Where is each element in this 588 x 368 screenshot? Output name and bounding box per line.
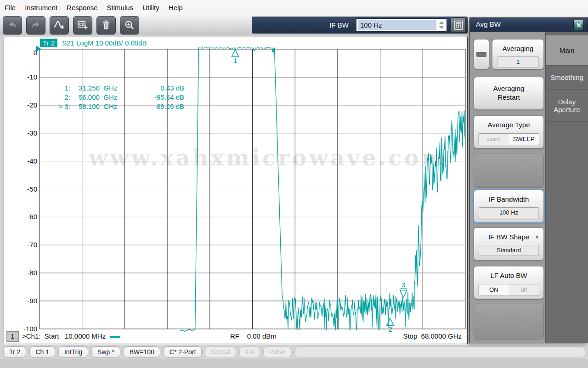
keypad-button[interactable] <box>451 17 466 33</box>
panel-title: Avg BW <box>476 20 501 28</box>
redo-button[interactable] <box>26 16 45 34</box>
svg-text:1: 1 <box>233 57 237 64</box>
rf-power-text: RF 0.00 dBm <box>230 332 277 340</box>
if-bw-shape-button[interactable]: IF BW Shape ▼ Standard <box>474 227 544 260</box>
average-type-toggle[interactable]: point SWEEP <box>478 133 539 145</box>
status-pulse-button: Pulse <box>263 346 291 358</box>
add-channel-button[interactable]: Ch <box>73 16 92 34</box>
ifbw-input-value: 100 Hz <box>358 20 436 30</box>
menu-file[interactable]: File <box>0 4 20 11</box>
marker-number: 2: <box>31 93 70 102</box>
undo-button[interactable] <box>3 16 22 34</box>
status-trigger-button[interactable]: IntTrig <box>58 346 88 358</box>
svg-text:Ch: Ch <box>79 22 84 27</box>
y-axis-tick: -10 <box>12 73 37 81</box>
add-trace-icon <box>53 19 65 31</box>
panel-close-button[interactable] <box>573 20 584 30</box>
delete-button[interactable] <box>96 16 116 34</box>
marker-number: 1: <box>31 84 70 93</box>
ifbw-spinner[interactable] <box>436 19 447 31</box>
y-axis-tick: -90 <box>12 297 37 305</box>
status-channel-button[interactable]: Ch 1 <box>29 346 55 358</box>
trash-icon <box>100 19 112 31</box>
average-type-point-option[interactable]: point <box>479 134 509 145</box>
if-bandwidth-button[interactable]: IF Bandwidth 100 Hz <box>474 190 544 223</box>
marker-frequency: 31.250 GHz <box>79 84 133 93</box>
undo-icon <box>6 19 18 31</box>
lf-auto-bw-toggle[interactable]: ON off <box>478 284 539 296</box>
toolbar-buttons: Ch <box>3 16 139 34</box>
averaging-restart-button[interactable]: Averaging Restart <box>474 77 544 110</box>
avg-bw-softkey-panel: Avg BW Averaging 1 Averaging Restart Ave… <box>469 17 588 343</box>
marker-readout-row: 2: 56.000 GHz -95.64 dB <box>31 93 184 102</box>
trace-title: S21 LogM 10.00dB/ 0.00dB <box>62 39 147 47</box>
menu-response[interactable]: Response <box>62 4 102 11</box>
marker-frequency: 56.000 GHz <box>79 93 133 102</box>
trace-header: Tr 2 S21 LogM 10.00dB/ 0.00dB <box>40 39 147 47</box>
menu-help[interactable]: Help <box>164 4 187 11</box>
if-bandwidth-value: 100 Hz <box>479 207 539 218</box>
average-type-button[interactable]: Average Type point SWEEP <box>474 115 544 148</box>
if-bandwidth-label: IF Bandwidth <box>474 195 543 204</box>
marker-readout: 1: 31.250 GHz 0.43 dB 2: 56.000 GHz -95.… <box>31 84 184 112</box>
status-sweep-button[interactable]: Swp * <box>91 346 120 358</box>
status-trace-button[interactable]: Tr 2 <box>3 346 26 358</box>
averaging-enable-toggle[interactable] <box>474 39 489 69</box>
spinner-up-icon[interactable] <box>439 21 444 24</box>
dropdown-arrow-icon: ▼ <box>535 235 539 240</box>
ifbw-toolbar-group: IF BW 100 Hz <box>252 17 468 34</box>
window-bottom-strip <box>0 359 588 368</box>
channel-number-box[interactable]: 1 <box>6 331 19 342</box>
panel-tabs: Main Smoothing Delay Aperture <box>545 32 588 343</box>
y-axis-tick: -80 <box>12 269 37 277</box>
trace-badge[interactable]: Tr 2 <box>40 39 57 47</box>
lf-auto-bw-off-option[interactable]: off <box>509 284 539 295</box>
vna-application-window: File Instrument Response Stimulus Utilit… <box>0 0 588 368</box>
menu-bar: File Instrument Response Stimulus Utilit… <box>0 0 588 15</box>
status-bandwidth-button[interactable]: BW=100 <box>124 346 160 358</box>
tab-main[interactable]: Main <box>546 35 588 66</box>
add-channel-icon: Ch <box>77 19 89 31</box>
redo-icon <box>30 19 42 31</box>
y-axis-tick: -40 <box>12 157 37 165</box>
averaging-label: Averaging <box>492 45 543 53</box>
menu-instrument[interactable]: Instrument <box>20 4 62 11</box>
lf-auto-bw-on-option[interactable]: ON <box>479 284 509 295</box>
marker-value: 0.43 dB <box>133 84 184 93</box>
lf-auto-bw-button[interactable]: LF Auto BW ON off <box>474 266 544 299</box>
status-cal-button[interactable]: C* 2-Port <box>164 346 202 358</box>
menu-utility[interactable]: Utility <box>138 4 164 11</box>
trace-color-dash-icon <box>110 336 120 338</box>
spinner-down-icon[interactable] <box>439 26 444 29</box>
status-srccal-button: SrcCal <box>205 346 236 358</box>
averaging-restart-label: Averaging Restart <box>474 85 543 102</box>
marker-value: -89.26 dB <box>133 102 184 112</box>
status-fix-button: Fix <box>239 346 260 358</box>
averaging-button[interactable]: Averaging 1 <box>492 39 544 69</box>
measurement-display-window: 123 Tr 2 S21 LogM 10.00dB/ 0.00dB 0-10-2… <box>4 37 468 344</box>
marker-frequency: 58.100 GHz <box>79 102 133 112</box>
y-axis-tick: -60 <box>12 213 37 221</box>
ifbw-input[interactable]: 100 Hz <box>356 18 447 32</box>
tab-smoothing[interactable]: Smoothing <box>546 66 588 90</box>
average-type-sweep-option[interactable]: SWEEP <box>509 134 539 145</box>
lf-auto-bw-label: LF Auto BW <box>474 272 543 280</box>
marker-readout-row: > 3: 58.100 GHz -89.26 dB <box>31 102 184 112</box>
add-trace-button[interactable] <box>50 16 69 34</box>
zoom-in-icon <box>124 19 136 31</box>
marker-number: > 3: <box>31 102 70 112</box>
tab-spacer <box>546 32 588 35</box>
y-axis-tick: -70 <box>12 241 37 249</box>
empty-softkey-slot <box>474 304 544 340</box>
if-bw-shape-label: IF BW Shape <box>474 233 543 242</box>
status-message-field <box>294 346 585 358</box>
y-axis-tick: 0 <box>12 49 37 57</box>
marker-readout-row: 1: 31.250 GHz 0.43 dB <box>31 84 184 93</box>
panel-title-bar: Avg BW <box>470 18 588 32</box>
svg-text:3: 3 <box>401 281 405 289</box>
start-frequency-value: >Ch1: Start 10.0000 MHz <box>22 332 106 340</box>
tab-delay-aperture[interactable]: Delay Aperture <box>546 90 588 122</box>
zoom-in-button[interactable] <box>120 16 139 34</box>
menu-stimulus[interactable]: Stimulus <box>102 4 138 11</box>
start-frequency-text: >Ch1: Start 10.0000 MHz <box>22 332 120 340</box>
